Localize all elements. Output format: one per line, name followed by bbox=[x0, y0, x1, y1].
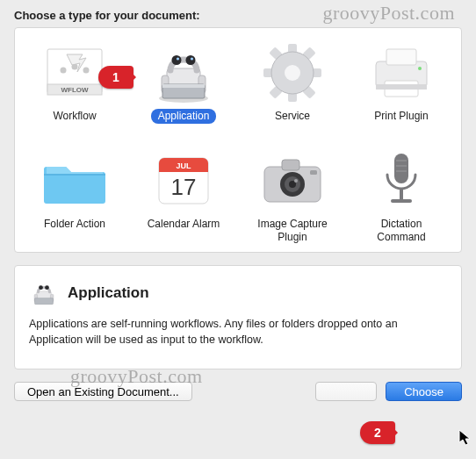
svg-point-42 bbox=[294, 179, 298, 183]
svg-point-10 bbox=[172, 55, 182, 65]
svg-point-12 bbox=[177, 57, 179, 60]
doc-type-service[interactable]: Service bbox=[240, 40, 345, 124]
automator-app-icon bbox=[29, 278, 59, 308]
printer-icon bbox=[366, 40, 436, 105]
close-button[interactable]: Close bbox=[315, 382, 377, 401]
doc-type-folder-action[interactable]: Folder Action bbox=[22, 148, 127, 232]
doc-type-application[interactable]: Application bbox=[131, 40, 236, 124]
doc-type-calendar-alarm[interactable]: JUL 17 Calendar Alarm bbox=[131, 148, 236, 232]
svg-text:17: 17 bbox=[171, 174, 197, 200]
svg-point-5 bbox=[83, 68, 90, 74]
svg-rect-15 bbox=[162, 84, 205, 88]
doc-type-label: Workflow bbox=[46, 109, 103, 124]
svg-rect-45 bbox=[400, 189, 403, 199]
annotation-callout-2: 2 bbox=[360, 421, 395, 444]
doc-type-image-capture[interactable]: Image Capture Plugin bbox=[240, 148, 345, 245]
svg-rect-31 bbox=[376, 84, 427, 90]
doc-type-label: Dictation Command bbox=[349, 217, 454, 245]
svg-point-54 bbox=[45, 285, 49, 290]
doc-type-dictation[interactable]: Dictation Command bbox=[349, 148, 454, 245]
gear-icon bbox=[257, 40, 328, 105]
svg-point-30 bbox=[418, 67, 422, 70]
doc-type-label: Print Plugin bbox=[367, 109, 435, 124]
dialog-footer: Open an Existing Document... Close Choos… bbox=[14, 382, 462, 401]
calendar-icon: JUL 17 bbox=[148, 148, 219, 213]
svg-point-3 bbox=[61, 68, 67, 74]
svg-rect-19 bbox=[288, 91, 297, 102]
svg-point-11 bbox=[186, 55, 196, 65]
svg-rect-20 bbox=[263, 68, 274, 77]
choose-button[interactable]: Choose bbox=[386, 382, 462, 401]
svg-text:JUL: JUL bbox=[176, 161, 191, 170]
description-panel: Application Applications are self-runnin… bbox=[14, 265, 462, 369]
svg-rect-21 bbox=[311, 68, 321, 77]
doc-type-label: Service bbox=[268, 109, 317, 124]
doc-type-label: Calendar Alarm bbox=[141, 217, 227, 232]
microphone-icon bbox=[366, 148, 436, 213]
description-title: Application bbox=[68, 284, 149, 302]
svg-rect-43 bbox=[310, 170, 317, 175]
svg-rect-38 bbox=[282, 160, 299, 170]
description-body: Applications are self-running workflows.… bbox=[29, 317, 447, 348]
prompt-label: Choose a type for your document: bbox=[14, 9, 462, 22]
svg-rect-55 bbox=[35, 298, 54, 305]
svg-point-17 bbox=[285, 65, 300, 81]
svg-text:WFLOW: WFLOW bbox=[61, 86, 89, 94]
document-type-grid: WFLOW Workflow bbox=[14, 27, 462, 253]
doc-type-label: Image Capture Plugin bbox=[240, 217, 345, 245]
open-existing-button[interactable]: Open an Existing Document... bbox=[14, 382, 192, 401]
doc-type-print-plugin[interactable]: Print Plugin bbox=[349, 40, 454, 124]
svg-rect-46 bbox=[391, 199, 412, 203]
svg-point-13 bbox=[191, 57, 193, 60]
svg-rect-18 bbox=[288, 44, 297, 54]
workflow-icon: WFLOW bbox=[40, 40, 110, 105]
automator-app-icon bbox=[148, 40, 219, 105]
svg-rect-28 bbox=[386, 49, 416, 65]
doc-type-label: Folder Action bbox=[37, 217, 112, 232]
doc-type-workflow[interactable]: WFLOW Workflow bbox=[22, 40, 127, 124]
svg-rect-44 bbox=[394, 154, 408, 183]
doc-type-label: Application bbox=[151, 109, 217, 124]
svg-point-53 bbox=[39, 285, 43, 290]
cursor-icon bbox=[458, 429, 472, 447]
folder-icon bbox=[40, 148, 110, 213]
camera-icon bbox=[257, 148, 328, 213]
